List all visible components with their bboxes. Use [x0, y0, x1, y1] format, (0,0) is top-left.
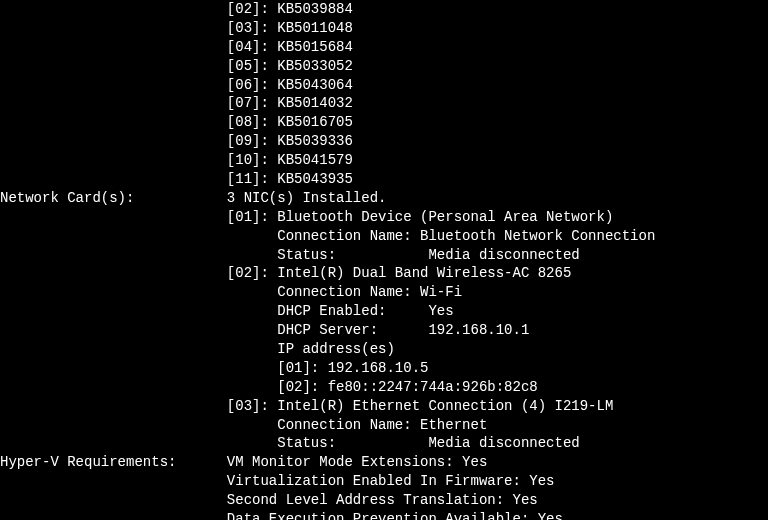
nic-line: [03]: Intel(R) Ethernet Connection (4) I… — [0, 397, 768, 416]
nic-status-line: Status: Media disconnected — [0, 434, 768, 453]
hyperv-line: Data Execution Prevention Available: Yes — [0, 510, 768, 520]
hotfix-line: [08]: KB5016705 — [0, 113, 768, 132]
nic-conn-line: Connection Name: Bluetooth Network Conne… — [0, 227, 768, 246]
hotfix-line: [11]: KB5043935 — [0, 170, 768, 189]
hotfix-line: [03]: KB5011048 — [0, 19, 768, 38]
hotfix-line: [06]: KB5043064 — [0, 76, 768, 95]
hotfix-line: [02]: KB5039884 — [0, 0, 768, 19]
nic-conn-line: Connection Name: Ethernet — [0, 416, 768, 435]
nic-dhcp-enabled-line: DHCP Enabled: Yes — [0, 302, 768, 321]
hyperv-line: Hyper-V Requirements: VM Monitor Mode Ex… — [0, 453, 768, 472]
hotfix-line: [07]: KB5014032 — [0, 94, 768, 113]
nic-status-line: Status: Media disconnected — [0, 246, 768, 265]
hotfix-line: [09]: KB5039336 — [0, 132, 768, 151]
nic-dhcp-server-line: DHCP Server: 192.168.10.1 — [0, 321, 768, 340]
nic-line: [01]: Bluetooth Device (Personal Area Ne… — [0, 208, 768, 227]
hotfix-line: [04]: KB5015684 — [0, 38, 768, 57]
nic-ip-line: [02]: fe80::2247:744a:926b:82c8 — [0, 378, 768, 397]
hotfix-line: [05]: KB5033052 — [0, 57, 768, 76]
hyperv-line: Second Level Address Translation: Yes — [0, 491, 768, 510]
nic-conn-line: Connection Name: Wi-Fi — [0, 283, 768, 302]
nic-ip-line: [01]: 192.168.10.5 — [0, 359, 768, 378]
hyperv-line: Virtualization Enabled In Firmware: Yes — [0, 472, 768, 491]
hotfix-line: [10]: KB5041579 — [0, 151, 768, 170]
nic-ip-header: IP address(es) — [0, 340, 768, 359]
network-cards-header: Network Card(s): 3 NIC(s) Installed. — [0, 189, 768, 208]
nic-line: [02]: Intel(R) Dual Band Wireless-AC 826… — [0, 264, 768, 283]
terminal-output[interactable]: [02]: KB5039884 [03]: KB5011048 [04]: KB… — [0, 0, 768, 520]
